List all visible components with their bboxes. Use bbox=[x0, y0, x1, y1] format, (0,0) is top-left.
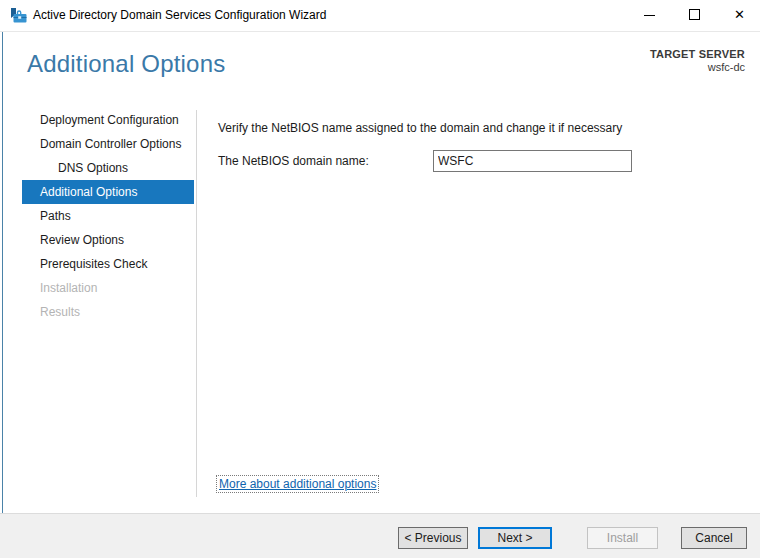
page-title: Additional Options bbox=[27, 50, 225, 78]
window-title: Active Directory Domain Services Configu… bbox=[33, 0, 326, 31]
install-button: Install bbox=[587, 527, 658, 549]
sidebar-item-deployment-configuration[interactable]: Deployment Configuration bbox=[22, 108, 194, 132]
sidebar-item-prerequisites-check[interactable]: Prerequisites Check bbox=[22, 252, 194, 276]
minimize-button[interactable] bbox=[634, 0, 665, 30]
sidebar-item-review-options[interactable]: Review Options bbox=[22, 228, 194, 252]
target-server-block: TARGET SERVER wsfc-dc bbox=[650, 48, 745, 73]
wizard-toolbox-icon[interactable] bbox=[10, 7, 27, 24]
sidebar-item-dns-options[interactable]: DNS Options bbox=[22, 156, 194, 180]
target-server-label: TARGET SERVER bbox=[650, 48, 745, 60]
sidebar-item-installation: Installation bbox=[22, 276, 194, 300]
maximize-button[interactable] bbox=[679, 0, 710, 30]
close-icon: ✕ bbox=[734, 7, 745, 22]
instruction-text: Verify the NetBIOS name assigned to the … bbox=[218, 121, 622, 135]
sidebar-content-divider bbox=[196, 110, 197, 497]
sidebar-item-domain-controller-options[interactable]: Domain Controller Options bbox=[22, 132, 194, 156]
minimize-icon bbox=[644, 15, 655, 16]
sidebar-item-results: Results bbox=[22, 300, 194, 324]
close-button[interactable]: ✕ bbox=[724, 0, 755, 30]
netbios-field-label: The NetBIOS domain name: bbox=[218, 154, 369, 168]
cancel-button[interactable]: Cancel bbox=[681, 527, 747, 549]
netbios-domain-name-input[interactable] bbox=[433, 150, 632, 172]
maximize-icon bbox=[689, 9, 700, 20]
sidebar-item-paths[interactable]: Paths bbox=[22, 204, 194, 228]
wizard-steps-nav: Deployment Configuration Domain Controll… bbox=[0, 108, 196, 324]
more-about-additional-options-link[interactable]: More about additional options bbox=[216, 475, 379, 493]
previous-button[interactable]: < Previous bbox=[398, 527, 468, 549]
next-button[interactable]: Next > bbox=[478, 527, 552, 549]
sidebar-item-additional-options[interactable]: Additional Options bbox=[22, 180, 194, 204]
target-server-name: wsfc-dc bbox=[650, 61, 745, 73]
title-bar: Active Directory Domain Services Configu… bbox=[0, 0, 760, 32]
wizard-window: Active Directory Domain Services Configu… bbox=[0, 0, 760, 558]
